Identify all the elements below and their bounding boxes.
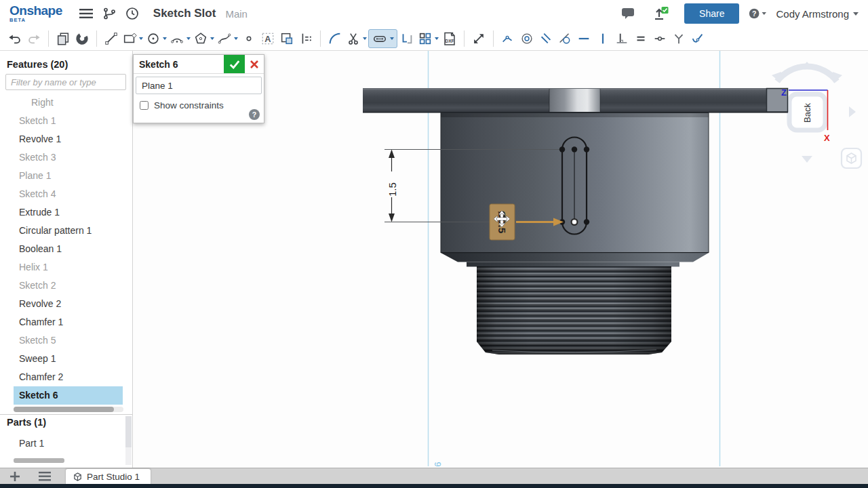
pattern-tool[interactable] [416, 29, 440, 48]
show-constraints-checkbox[interactable] [140, 101, 149, 110]
view-down-arrow-icon[interactable] [802, 156, 812, 163]
sketch-point[interactable] [584, 146, 589, 152]
feature-item[interactable]: Revolve 1 [14, 130, 123, 148]
publish-upload-icon[interactable] [652, 5, 669, 22]
onshape-logo[interactable]: Onshape BETA [9, 4, 62, 23]
workspace-name[interactable]: Main [225, 8, 248, 20]
rectangle-tool[interactable] [121, 29, 144, 48]
undo-button[interactable] [5, 29, 24, 48]
constraint-equal[interactable] [631, 29, 650, 48]
help-menu-button[interactable]: ? [749, 5, 766, 22]
dropdown-caret-icon[interactable] [435, 37, 439, 40]
feature-item[interactable]: Extrude 1 [14, 203, 123, 222]
constraint-parallel[interactable] [536, 29, 555, 48]
line-tool[interactable] [102, 29, 121, 48]
share-button[interactable]: Share [684, 3, 739, 24]
part-item[interactable]: Part 1 [19, 438, 44, 449]
add-tab-button[interactable] [0, 468, 30, 484]
dropdown-caret-icon[interactable] [363, 37, 367, 40]
dropdown-caret-icon[interactable] [390, 37, 394, 40]
dimension-tool[interactable] [296, 29, 315, 48]
constraint-coincident[interactable] [498, 29, 517, 48]
transform-tool[interactable] [469, 29, 488, 48]
polygon-tool[interactable] [192, 29, 216, 48]
versions-branch-icon[interactable] [100, 5, 118, 22]
spline-tool[interactable] [216, 29, 239, 48]
view-cube[interactable]: Back [772, 62, 861, 168]
slot-tool[interactable] [368, 29, 397, 48]
accept-button[interactable] [224, 55, 245, 73]
vertical-dimension[interactable]: 1.5 [387, 150, 398, 222]
dropdown-caret-icon[interactable] [186, 37, 191, 40]
feature-item[interactable]: Boolean 1 [14, 240, 123, 258]
hamburger-menu-icon[interactable] [77, 5, 95, 22]
redo-button[interactable] [24, 29, 43, 48]
flange-highlight-face[interactable] [549, 88, 600, 113]
user-menu[interactable]: Cody Armstrong [776, 8, 859, 20]
constraint-horizontal[interactable] [574, 29, 593, 48]
feature-item[interactable]: Sketch 2 [14, 277, 123, 295]
constraint-vertical[interactable] [593, 29, 612, 48]
constraint-concentric[interactable] [517, 29, 536, 48]
parts-vscrollbar-thumb[interactable] [125, 416, 132, 447]
rotate-right-arrow-icon[interactable] [833, 72, 842, 83]
tab-part-studio[interactable]: Part Studio 1 [65, 468, 151, 484]
features-hscrollbar-track[interactable] [14, 407, 123, 412]
feature-item[interactable]: Plane 1 [14, 167, 123, 185]
comment-icon[interactable] [619, 5, 637, 22]
constraint-tangent[interactable] [555, 29, 574, 48]
cancel-button[interactable] [245, 55, 264, 73]
import-dxf-tool[interactable]: DXF [440, 29, 459, 48]
constraint-normal[interactable] [669, 29, 688, 48]
feature-item[interactable]: Circular pattern 1 [14, 222, 123, 240]
dropdown-caret-icon[interactable] [234, 37, 238, 40]
feature-item[interactable]: Sketch 4 [14, 185, 123, 203]
thread-shoulder[interactable] [467, 262, 679, 267]
vertical-dimension-value[interactable]: 1.5 [387, 182, 398, 197]
sketch-point[interactable] [572, 146, 577, 152]
threads[interactable] [477, 266, 671, 354]
parts-hscrollbar-thumb[interactable] [14, 458, 64, 463]
constraint-perpendicular[interactable] [612, 29, 631, 48]
dropdown-caret-icon[interactable] [163, 37, 167, 40]
feature-filter-input[interactable] [5, 74, 126, 90]
feature-item[interactable]: Sketch 3 [14, 148, 123, 167]
feature-item[interactable]: Helix 1 [14, 258, 123, 277]
parts-vscrollbar-track[interactable] [125, 416, 132, 465]
circle-tool[interactable] [144, 29, 168, 48]
selected-sketch-point[interactable] [572, 219, 578, 225]
feature-item[interactable]: Chamfer 2 [14, 368, 123, 386]
sheets-icon[interactable] [54, 29, 73, 48]
history-clock-icon[interactable] [123, 5, 141, 22]
constraint-pierce[interactable] [688, 29, 707, 48]
rotate-arc-icon[interactable] [777, 66, 837, 81]
use-project-tool[interactable] [277, 29, 296, 48]
dropdown-caret-icon[interactable] [210, 37, 214, 40]
feature-item[interactable]: Sketch 1 [14, 112, 123, 130]
dropdown-caret-icon[interactable] [139, 37, 143, 40]
text-tool[interactable]: A [258, 29, 277, 48]
fillet-tool[interactable] [326, 29, 344, 48]
point-tool[interactable] [239, 29, 258, 48]
sketch-point[interactable] [584, 219, 589, 224]
tab-manager-button[interactable] [30, 468, 60, 484]
offset-tool[interactable] [397, 29, 416, 48]
arc-tool[interactable] [168, 29, 192, 48]
show-constraints-row: Show constraints [136, 94, 262, 117]
sketch-point[interactable] [559, 146, 565, 152]
rotate-left-arrow-icon[interactable] [772, 72, 781, 83]
dialog-help-icon[interactable]: ? [249, 109, 260, 120]
c-ring-icon[interactable] [73, 29, 92, 48]
feature-item[interactable]: Right [14, 94, 123, 112]
features-hscrollbar-thumb[interactable] [14, 407, 114, 412]
body-chamfer[interactable] [441, 253, 709, 262]
feature-item[interactable]: Sketch 5 [14, 331, 123, 350]
constraint-midpoint[interactable] [650, 29, 669, 48]
sketch-plane-field[interactable] [136, 77, 262, 94]
trim-tool[interactable] [344, 29, 368, 48]
view-right-arrow-icon[interactable] [849, 106, 856, 117]
feature-item[interactable]: Sketch 6 [14, 386, 123, 405]
feature-item[interactable]: Chamfer 1 [14, 313, 123, 331]
feature-item[interactable]: Revolve 2 [14, 295, 123, 313]
feature-item[interactable]: Sweep 1 [14, 350, 123, 368]
